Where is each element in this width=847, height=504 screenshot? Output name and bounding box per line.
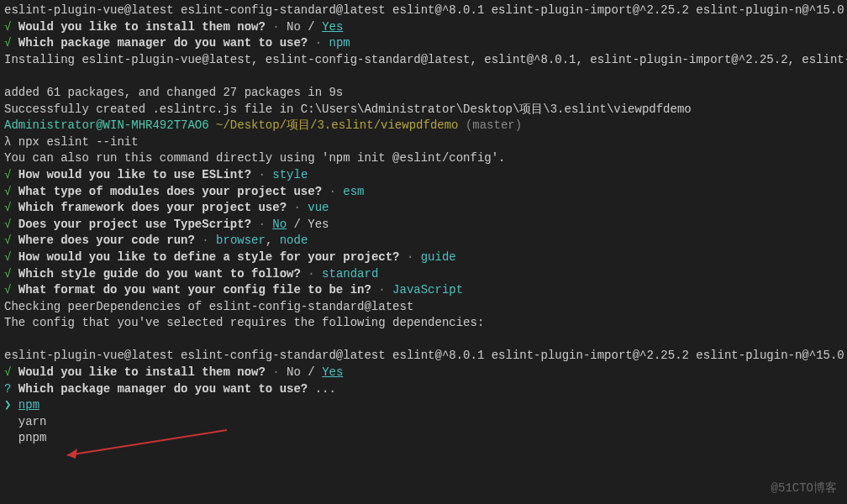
terminal-line: √ Would you like to install them now? · … [4, 19, 843, 36]
terminal-line: √ Which framework does your project use?… [4, 200, 843, 217]
svg-marker-1 [67, 449, 77, 459]
terminal-line: √ How would you like to define a style f… [4, 249, 843, 266]
terminal-line: added 61 packages, and changed 27 packag… [4, 85, 843, 102]
select-option-yarn[interactable]: yarn [4, 414, 843, 431]
active-prompt[interactable]: ? Which package manager do you want to u… [4, 381, 843, 398]
command-line[interactable]: λ npx eslint --init [4, 134, 843, 151]
terminal-line [4, 332, 843, 349]
select-option-npm[interactable]: ❯ npm [4, 397, 843, 414]
terminal-line: √ What format do you want your config fi… [4, 282, 843, 299]
terminal-line: You can also run this command directly u… [4, 150, 843, 167]
terminal-line: Checking peerDependencies of eslint-conf… [4, 299, 843, 316]
terminal-line: The config that you've selected requires… [4, 315, 843, 332]
terminal-line: √ Where does your code run? · browser, n… [4, 233, 843, 249]
terminal-line: eslint-plugin-vue@latest eslint-config-s… [4, 3, 843, 19]
terminal-line: √ Does your project use TypeScript? · No… [4, 217, 843, 234]
prompt-line: Administrator@WIN-MHR492T7AO6 ~/Desktop/… [4, 118, 843, 134]
terminal-line: √ Would you like to install them now? · … [4, 365, 843, 381]
terminal-line: √ How would you like to use ESLint? · st… [4, 167, 843, 184]
terminal-line: √ Which style guide do you want to follo… [4, 266, 843, 283]
terminal-line: eslint-plugin-vue@latest eslint-config-s… [4, 348, 843, 365]
terminal-line: Successfully created .eslintrc.js file i… [4, 102, 843, 118]
watermark: @51CTO博客 [771, 480, 837, 497]
select-option-pnpm[interactable]: pnpm [4, 430, 843, 447]
terminal-line: √ Which package manager do you want to u… [4, 35, 843, 52]
terminal-line: Installing eslint-plugin-vue@latest, esl… [4, 52, 843, 69]
terminal-line [4, 68, 843, 85]
terminal-line: √ What type of modules does your project… [4, 184, 843, 201]
